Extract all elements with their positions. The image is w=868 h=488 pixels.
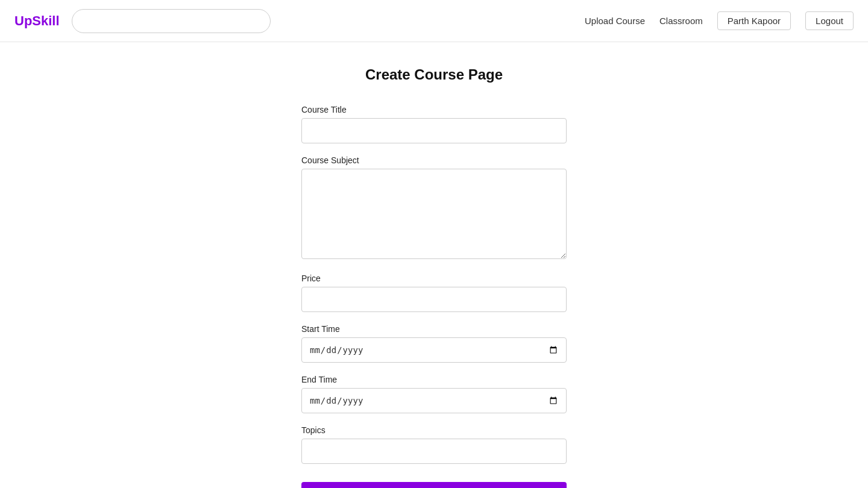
- nav-link-upload-course[interactable]: Upload Course: [585, 16, 645, 26]
- topics-label: Topics: [301, 425, 567, 435]
- navbar: UpSkill Upload Course Classroom Parth Ka…: [0, 0, 868, 42]
- start-time-group: Start Time: [301, 324, 567, 363]
- end-time-input[interactable]: [301, 388, 567, 413]
- search-input[interactable]: [72, 9, 271, 33]
- create-course-form: Course Title Course Subject Price Start …: [301, 105, 567, 488]
- logo[interactable]: UpSkill: [14, 13, 60, 29]
- navbar-right: Upload Course Classroom Parth Kapoor Log…: [585, 11, 854, 30]
- course-title-input[interactable]: [301, 118, 567, 143]
- course-subject-textarea[interactable]: [301, 169, 567, 259]
- main-content: Create Course Page Course Title Course S…: [0, 42, 868, 488]
- price-label: Price: [301, 274, 567, 283]
- course-subject-label: Course Subject: [301, 155, 567, 165]
- course-subject-group: Course Subject: [301, 155, 567, 261]
- submit-course-button[interactable]: Submit Course: [301, 482, 567, 488]
- end-time-label: End Time: [301, 375, 567, 384]
- page-title: Create Course Page: [365, 66, 503, 83]
- price-input[interactable]: [301, 287, 567, 312]
- navbar-left: UpSkill: [14, 9, 271, 33]
- topics-input[interactable]: [301, 439, 567, 464]
- user-profile-button[interactable]: Parth Kapoor: [717, 11, 791, 30]
- logout-button[interactable]: Logout: [805, 11, 854, 30]
- price-group: Price: [301, 274, 567, 312]
- nav-link-classroom[interactable]: Classroom: [659, 16, 703, 26]
- start-time-label: Start Time: [301, 324, 567, 334]
- end-time-group: End Time: [301, 375, 567, 413]
- course-title-group: Course Title: [301, 105, 567, 143]
- topics-group: Topics: [301, 425, 567, 464]
- course-title-label: Course Title: [301, 105, 567, 114]
- start-time-input[interactable]: [301, 337, 567, 363]
